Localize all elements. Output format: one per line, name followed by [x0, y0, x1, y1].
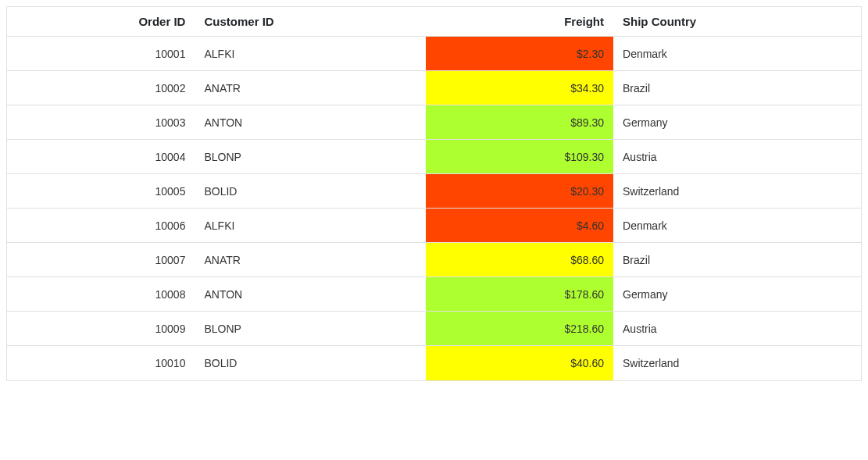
cell-customer-id: BOLID	[195, 346, 425, 380]
cell-customer-id: BLONP	[195, 140, 425, 173]
cell-customer-id: ANATR	[195, 71, 425, 105]
cell-customer-id: ALFKI	[195, 209, 425, 242]
header-customer-id[interactable]: Customer ID	[195, 7, 425, 36]
cell-order-id: 10007	[7, 243, 195, 276]
cell-customer-id: BOLID	[195, 174, 425, 208]
table-row[interactable]: 10003ANTON$89.30Germany	[7, 105, 861, 140]
cell-order-id: 10006	[7, 209, 195, 242]
table-row[interactable]: 10001ALFKI$2.30Denmark	[7, 37, 861, 71]
cell-ship-country: Austria	[613, 140, 861, 173]
cell-freight: $34.30	[426, 71, 613, 105]
cell-freight: $20.30	[426, 174, 613, 208]
cell-order-id: 10004	[7, 140, 195, 173]
cell-ship-country: Germany	[613, 105, 861, 139]
cell-freight: $178.60	[426, 277, 613, 311]
table-row[interactable]: 10006ALFKI$4.60Denmark	[7, 209, 861, 243]
cell-ship-country: Denmark	[613, 37, 861, 70]
cell-order-id: 10001	[7, 37, 195, 70]
cell-ship-country: Brazil	[613, 243, 861, 276]
cell-freight: $4.60	[426, 209, 613, 242]
table-row[interactable]: 10008ANTON$178.60Germany	[7, 277, 861, 312]
table-row[interactable]: 10007ANATR$68.60Brazil	[7, 243, 861, 277]
cell-customer-id: ALFKI	[195, 37, 425, 70]
cell-order-id: 10008	[7, 277, 195, 311]
grid-header-row: Order ID Customer ID Freight Ship Countr…	[7, 7, 861, 37]
cell-ship-country: Austria	[613, 312, 861, 345]
cell-customer-id: ANTON	[195, 105, 425, 139]
cell-ship-country: Switzerland	[613, 346, 861, 380]
grid-body: 10001ALFKI$2.30Denmark10002ANATR$34.30Br…	[7, 37, 861, 380]
table-row[interactable]: 10009BLONP$218.60Austria	[7, 312, 861, 346]
cell-ship-country: Brazil	[613, 71, 861, 105]
header-freight[interactable]: Freight	[426, 7, 613, 36]
header-ship-country[interactable]: Ship Country	[613, 7, 861, 36]
cell-freight: $89.30	[426, 105, 613, 139]
cell-customer-id: ANTON	[195, 277, 425, 311]
cell-freight: $109.30	[426, 140, 613, 173]
header-order-id[interactable]: Order ID	[7, 7, 195, 36]
cell-order-id: 10002	[7, 71, 195, 105]
cell-freight: $2.30	[426, 37, 613, 70]
cell-freight: $68.60	[426, 243, 613, 276]
cell-ship-country: Germany	[613, 277, 861, 311]
cell-ship-country: Switzerland	[613, 174, 861, 208]
cell-order-id: 10003	[7, 105, 195, 139]
data-grid: Order ID Customer ID Freight Ship Countr…	[6, 6, 862, 381]
cell-ship-country: Denmark	[613, 209, 861, 242]
table-row[interactable]: 10004BLONP$109.30Austria	[7, 140, 861, 174]
cell-order-id: 10010	[7, 346, 195, 380]
cell-order-id: 10009	[7, 312, 195, 345]
cell-customer-id: ANATR	[195, 243, 425, 276]
table-row[interactable]: 10002ANATR$34.30Brazil	[7, 71, 861, 105]
cell-customer-id: BLONP	[195, 312, 425, 345]
cell-order-id: 10005	[7, 174, 195, 208]
cell-freight: $40.60	[426, 346, 613, 380]
table-row[interactable]: 10005BOLID$20.30Switzerland	[7, 174, 861, 209]
table-row[interactable]: 10010BOLID$40.60Switzerland	[7, 346, 861, 380]
cell-freight: $218.60	[426, 312, 613, 345]
